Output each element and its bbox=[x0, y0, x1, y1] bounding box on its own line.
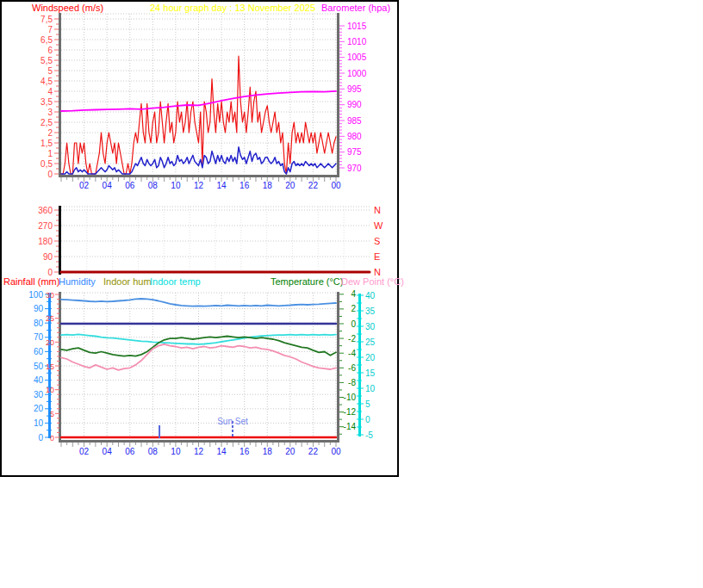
sunset-label: Sun Set bbox=[217, 417, 248, 426]
x-tick-label: 18 bbox=[263, 181, 273, 190]
humidity-tick-label: 60 bbox=[34, 347, 44, 356]
x-tick-label: 10 bbox=[171, 447, 181, 456]
graph-frame: Windspeed (m/s) 24 hour graph day : 13 N… bbox=[0, 0, 399, 477]
windspeed-tick-label: 4,5 bbox=[40, 77, 53, 86]
temperature-tick-label: -14 bbox=[344, 422, 357, 431]
windspeed-tick-label: 1,5 bbox=[40, 139, 53, 148]
direction-tick-label: 180 bbox=[38, 237, 53, 246]
windspeed-tick-label: 0 bbox=[47, 170, 53, 179]
x-tick-label: 20 bbox=[285, 181, 296, 190]
rainfall-tick-label: 25 bbox=[46, 314, 54, 323]
windspeed-tick-label: 5,5 bbox=[40, 56, 53, 65]
temperature-tick-label: -4 bbox=[348, 349, 356, 358]
compass-label: N bbox=[374, 205, 381, 215]
humidity-tick-label: 100 bbox=[28, 290, 43, 300]
x-tick-label: 08 bbox=[148, 447, 159, 456]
indoor-temp-tick-label: 15 bbox=[365, 368, 376, 378]
humidity-tick-label: 50 bbox=[34, 362, 44, 371]
left-spine bbox=[59, 13, 61, 177]
humidity-tick-label: 40 bbox=[34, 375, 44, 385]
rainfall-tick-label: 0 bbox=[50, 434, 54, 443]
x-tick-label: 14 bbox=[217, 447, 227, 456]
x-tick-label: 04 bbox=[103, 181, 113, 190]
windspeed-tick-label: 3,5 bbox=[40, 97, 53, 107]
humidity-tick-label: 80 bbox=[34, 319, 44, 328]
indoor-temp-tick-label: 35 bbox=[365, 306, 376, 316]
rainfall-tick-label: 5 bbox=[50, 410, 54, 418]
x-tick-label: 18 bbox=[263, 447, 273, 456]
compass-label: N bbox=[374, 267, 381, 277]
direction-tick-label: 90 bbox=[43, 252, 53, 262]
windspeed-tick-label: 1 bbox=[47, 149, 53, 158]
temperature-tick-label: -2 bbox=[348, 334, 356, 344]
barometer-tick-label: 975 bbox=[347, 147, 362, 157]
temperature-tick-label: -10 bbox=[344, 393, 357, 402]
direction-tick-label: 0 bbox=[47, 268, 53, 277]
temperature-tick-label: -8 bbox=[348, 378, 356, 387]
bottom-spine bbox=[59, 440, 339, 443]
barometer-tick-label: 1015 bbox=[347, 22, 367, 31]
humidity-tick-label: 0 bbox=[38, 433, 43, 443]
left-spine bbox=[59, 206, 61, 275]
x-tick-label: 16 bbox=[240, 181, 250, 190]
rainfall-tick-label: 20 bbox=[46, 338, 54, 347]
temperature-line bbox=[61, 337, 336, 356]
x-tick-label: 06 bbox=[125, 181, 135, 190]
indoor-temp-tick-label: 0 bbox=[365, 415, 370, 424]
windspeed-tick-label: 2 bbox=[47, 128, 53, 138]
compass-label: S bbox=[374, 236, 380, 246]
direction-tick-label: 270 bbox=[38, 221, 53, 231]
windspeed-tick-label: 3 bbox=[47, 108, 53, 117]
barometer-tick-label: 990 bbox=[347, 100, 362, 109]
barometer-tick-label: 1005 bbox=[347, 53, 367, 62]
indoor-temp-tick-label: 40 bbox=[365, 291, 376, 300]
direction-tick-label: 360 bbox=[38, 206, 53, 215]
humidity-line bbox=[61, 299, 336, 306]
compass-label: E bbox=[374, 251, 380, 262]
humidity-tick-label: 30 bbox=[34, 390, 44, 399]
barometer-tick-label: 995 bbox=[347, 84, 362, 94]
temperature-tick-label: -6 bbox=[348, 363, 356, 373]
x-tick-label: 14 bbox=[217, 181, 227, 190]
rainfall-tick-label: 10 bbox=[46, 386, 54, 394]
humidity-tick-label: 20 bbox=[34, 404, 44, 413]
barometer-tick-label: 1000 bbox=[347, 69, 367, 78]
bottom-spine bbox=[59, 175, 339, 177]
rainfall-tick-label: 30 bbox=[46, 291, 54, 300]
compass-label: W bbox=[374, 220, 383, 231]
x-tick-label: 12 bbox=[194, 447, 204, 456]
x-tick-label: 22 bbox=[308, 447, 319, 456]
x-tick-label: 06 bbox=[125, 447, 135, 456]
temperature-tick-label: 4 bbox=[351, 289, 356, 299]
x-tick-label: 16 bbox=[240, 447, 250, 456]
right-spine bbox=[337, 13, 339, 177]
indoor-temp-tick-label: 10 bbox=[365, 384, 376, 393]
windspeed-tick-label: 2,5 bbox=[40, 118, 53, 127]
x-tick-label: 04 bbox=[103, 447, 113, 456]
x-tick-label: 10 bbox=[171, 181, 181, 190]
humidity-tick-label: 10 bbox=[34, 418, 44, 428]
temperature-tick-label: 0 bbox=[351, 319, 356, 329]
humidity-tick-label: 90 bbox=[34, 304, 44, 313]
temperature-tick-label: -12 bbox=[344, 407, 357, 417]
charts-svg: 00,511,522,533,544,555,566,577,597097598… bbox=[2, 2, 395, 473]
rainfall-tick-label: 15 bbox=[46, 362, 54, 371]
windspeed-tick-label: 6,5 bbox=[40, 35, 53, 45]
windspeed-tick-label: 7,5 bbox=[40, 15, 53, 24]
barometer-tick-label: 980 bbox=[347, 132, 362, 141]
windspeed-tick-label: 0,5 bbox=[40, 159, 53, 169]
indoor-temp-tick-label: 20 bbox=[365, 353, 376, 362]
indoor-temp-tick-label: 30 bbox=[365, 322, 376, 331]
indoor-temp-tick-label: 5 bbox=[365, 399, 370, 409]
windspeed-tick-label: 4 bbox=[47, 87, 53, 96]
right-spine bbox=[337, 292, 339, 440]
barometer-tick-label: 985 bbox=[347, 116, 362, 126]
humidity-tick-label: 70 bbox=[34, 332, 44, 342]
indoor-temp-tick-label: -5 bbox=[365, 430, 373, 440]
windspeed-tick-label: 5 bbox=[47, 66, 53, 76]
x-tick-label: 12 bbox=[194, 181, 204, 190]
barometer-tick-label: 1010 bbox=[347, 37, 367, 46]
windspeed-tick-label: 6 bbox=[47, 46, 53, 55]
x-tick-label: 00 bbox=[331, 181, 341, 190]
x-tick-label: 22 bbox=[308, 181, 319, 190]
